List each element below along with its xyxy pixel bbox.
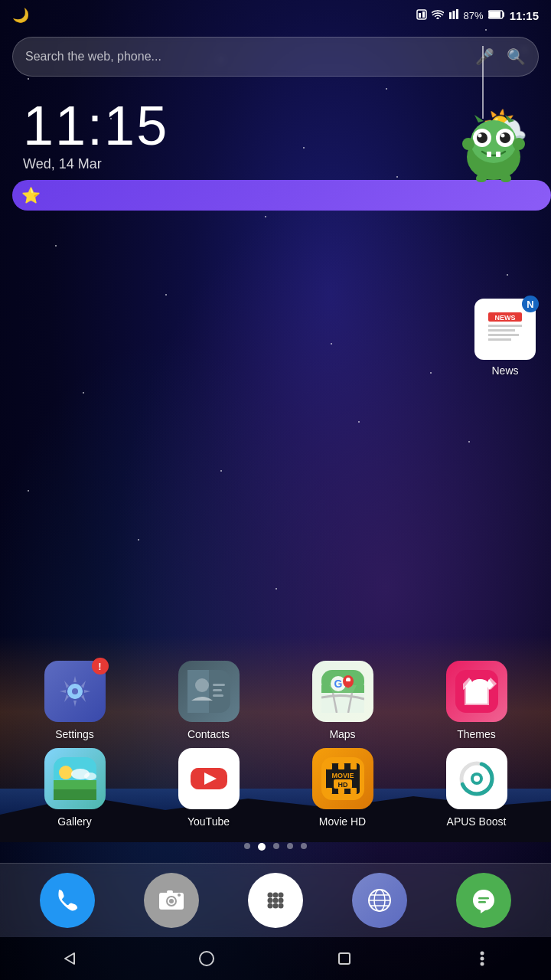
- settings-icon-wrapper[interactable]: !: [44, 661, 106, 722]
- nav-home-button[interactable]: [191, 943, 222, 974]
- svg-rect-40: [213, 694, 223, 697]
- svg-marker-10: [474, 115, 484, 122]
- status-icons: 87% 11:15: [416, 8, 539, 22]
- wifi-icon: [432, 9, 444, 21]
- maps-icon: G: [312, 661, 373, 722]
- battery-percent: 87%: [464, 10, 484, 21]
- svg-rect-66: [326, 788, 332, 794]
- svg-point-91: [279, 903, 284, 909]
- svg-point-13: [513, 138, 525, 150]
- nav-menu-button[interactable]: [467, 943, 497, 974]
- svg-point-7: [501, 134, 505, 138]
- dock-camera[interactable]: [144, 873, 199, 928]
- clock-date: Wed, 14 Mar: [23, 156, 482, 172]
- app-settings[interactable]: ! Settings: [8, 661, 142, 740]
- svg-point-4: [477, 132, 487, 143]
- themes-icon-wrapper[interactable]: [446, 661, 507, 722]
- gallery-icon-wrapper[interactable]: [44, 748, 106, 809]
- svg-point-82: [178, 893, 181, 897]
- svg-rect-63: [326, 763, 332, 769]
- svg-point-19: [436, 18, 439, 20]
- settings-label: Settings: [55, 728, 94, 740]
- dock-allapps[interactable]: [248, 873, 303, 928]
- page-dot-1[interactable]: [258, 843, 266, 851]
- svg-rect-29: [488, 329, 515, 332]
- svg-point-6: [478, 134, 482, 138]
- svg-point-55: [59, 766, 73, 779]
- svg-point-37: [195, 678, 209, 692]
- svg-text:MOVIE: MOVIE: [331, 772, 354, 779]
- youtube-label: YouTube: [187, 815, 230, 828]
- svg-rect-30: [488, 334, 519, 336]
- app-gallery[interactable]: Gallery: [8, 748, 142, 828]
- news-badge: N: [522, 296, 539, 312]
- svg-marker-11: [505, 115, 514, 122]
- svg-point-90: [273, 903, 279, 909]
- search-lens-icon[interactable]: 🔍: [507, 47, 526, 66]
- page-dot-3[interactable]: [287, 843, 293, 849]
- app-contacts[interactable]: Contacts: [142, 661, 276, 740]
- nav-recent-button[interactable]: [329, 943, 360, 974]
- nav-back-button[interactable]: [54, 943, 84, 974]
- app-youtube[interactable]: YouTube: [142, 748, 276, 828]
- svg-rect-65: [350, 763, 357, 769]
- app-themes[interactable]: Themes: [409, 661, 543, 740]
- dock-phone[interactable]: [40, 873, 95, 928]
- moon-icon: 🌙: [12, 7, 29, 24]
- svg-point-88: [279, 898, 284, 903]
- dock-browser[interactable]: [352, 873, 407, 928]
- app-grid-row2: Gallery YouTube: [0, 748, 551, 828]
- svg-rect-17: [419, 13, 421, 18]
- page-dot-4[interactable]: [301, 843, 307, 849]
- moviehd-icon-wrapper[interactable]: MOVIE HD: [312, 748, 373, 809]
- svg-rect-64: [338, 763, 344, 769]
- svg-rect-22: [456, 9, 458, 19]
- app-dock: [0, 863, 551, 937]
- youtube-icon-wrapper[interactable]: [178, 748, 240, 809]
- microphone-icon[interactable]: 🎤: [475, 47, 494, 66]
- svg-point-5: [500, 132, 510, 143]
- svg-point-83: [268, 893, 273, 898]
- svg-rect-36: [187, 670, 209, 713]
- app-apus[interactable]: APUS Boost: [409, 748, 543, 828]
- svg-point-87: [273, 898, 279, 903]
- apus-icon-wrapper[interactable]: [446, 748, 507, 809]
- clock-display: 11:15: [23, 98, 482, 153]
- svg-rect-68: [350, 788, 357, 794]
- svg-point-85: [279, 893, 284, 898]
- svg-rect-38: [213, 684, 225, 686]
- gallery-icon: [44, 748, 106, 809]
- star-icon: ⭐: [21, 186, 41, 204]
- app-maps[interactable]: G Maps: [276, 661, 409, 740]
- svg-rect-9: [496, 152, 500, 157]
- clock-widget: 11:15 Wed, 14 Mar: [23, 98, 482, 172]
- app-moviehd[interactable]: MOVIE HD Movie HD: [276, 748, 409, 828]
- dock-hangouts[interactable]: [456, 873, 511, 928]
- status-time: 11:15: [510, 9, 539, 22]
- news-label: News: [491, 364, 518, 377]
- maps-icon-wrapper[interactable]: G: [312, 661, 373, 722]
- svg-point-103: [481, 957, 484, 961]
- search-placeholder: Search the web, phone...: [25, 50, 475, 64]
- svg-rect-31: [488, 338, 511, 341]
- svg-point-12: [462, 138, 474, 150]
- svg-point-102: [481, 952, 484, 956]
- svg-point-89: [268, 903, 273, 909]
- svg-rect-16: [417, 10, 426, 19]
- themes-icon: [446, 661, 507, 722]
- svg-rect-15: [500, 175, 511, 182]
- news-app-wrapper[interactable]: NEWS N News: [474, 299, 536, 377]
- svg-rect-54: [54, 789, 96, 800]
- svg-point-76: [474, 776, 480, 782]
- gallery-label: Gallery: [57, 815, 91, 828]
- moviehd-icon: MOVIE HD: [312, 748, 373, 809]
- navigation-bar: [0, 937, 551, 980]
- page-indicators: [0, 843, 551, 851]
- contacts-icon-wrapper[interactable]: [178, 661, 240, 722]
- page-dot-0[interactable]: [244, 843, 250, 849]
- svg-rect-24: [489, 11, 500, 18]
- page-dot-2[interactable]: [273, 843, 279, 849]
- svg-rect-18: [422, 11, 425, 18]
- search-bar[interactable]: Search the web, phone... 🎤 🔍: [12, 37, 539, 77]
- svg-point-80: [169, 899, 174, 903]
